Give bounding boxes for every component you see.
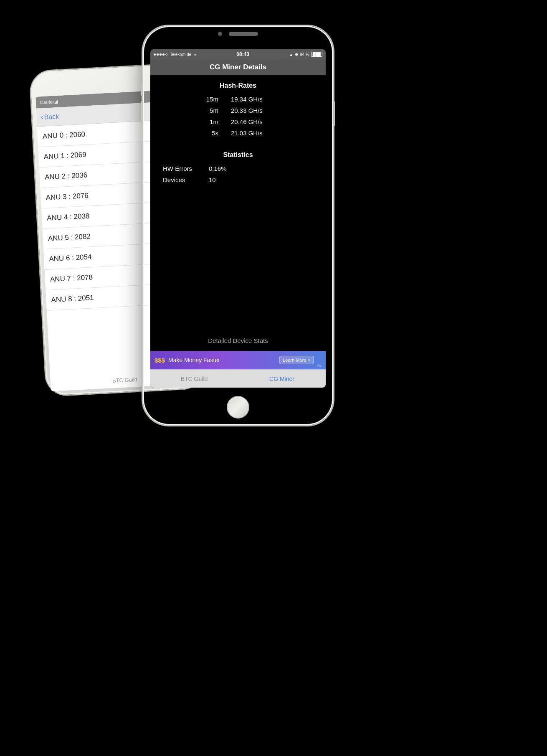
hash-row-1m: 1m 20.46 GH/s [150, 116, 326, 127]
signal-dot-1 [154, 53, 156, 56]
signal-bars [154, 53, 167, 56]
carrier-label: Telekom.de [170, 52, 191, 57]
stat-row-devices: Devices 10 [150, 174, 326, 185]
bluetooth-icon: ✸ [295, 52, 298, 57]
fg-tabbar: BTC Guild CG Miner [150, 369, 326, 388]
fg-statusbar: Telekom.de ∝ 08:43 ▲ ✸ 94 % ███ [150, 49, 326, 59]
hash-row-5s: 5s 21.03 GH/s [150, 127, 326, 139]
bg-wifi-icon: ◢ [54, 99, 58, 104]
signal-dot-5 [165, 53, 167, 56]
stat-label-devices: Devices [163, 176, 209, 183]
ad-money-icon: $$$ [154, 357, 165, 364]
signal-dot-2 [157, 53, 159, 56]
hash-value-5s: 21.03 GH/s [231, 129, 273, 137]
hash-value-5m: 20.33 GH/s [231, 107, 273, 114]
foreground-phone: Telekom.de ∝ 08:43 ▲ ✸ 94 % ███ CG Miner… [142, 25, 334, 426]
fg-navbar: CG Miner Details [150, 59, 326, 75]
hash-row-5m: 5m 20.33 GH/s [150, 105, 326, 116]
front-camera-icon [218, 32, 222, 36]
mute-button[interactable] [141, 84, 143, 96]
bg-carrier-label: Carrier [40, 99, 54, 105]
hash-rates-title: Hash-Rates [150, 75, 326, 94]
ad-text: Make Money Faster [168, 357, 276, 363]
fg-phone-top [143, 32, 333, 36]
bg-back-chevron-icon: ‹ [41, 113, 43, 122]
tab-btc-guild[interactable]: BTC Guild [150, 371, 238, 386]
hash-value-15m: 19.34 GH/s [231, 96, 273, 103]
wifi-icon: ∝ [194, 52, 197, 57]
power-button[interactable] [333, 101, 335, 126]
tab-cg-miner[interactable]: CG Miner [238, 371, 326, 386]
fg-content-area: Hash-Rates 15m 19.34 GH/s 5m 20.33 GH/s … [150, 75, 326, 351]
status-time: 08:43 [236, 51, 249, 57]
speaker-grille [229, 32, 258, 36]
gps-icon: ▲ [289, 52, 293, 57]
ad-learn-more-button[interactable]: Learn More > [279, 356, 314, 364]
bg-back-button[interactable]: ‹ Back [41, 112, 59, 122]
hash-label-5s: 5s [203, 129, 218, 137]
ad-label: Ad [317, 363, 322, 369]
hash-label-5m: 5m [203, 107, 218, 114]
signal-dot-3 [160, 53, 162, 56]
status-right-group: ▲ ✸ 94 % ███ [289, 52, 322, 57]
stat-value-hw-errors: 0.16% [209, 165, 227, 172]
hash-row-15m: 15m 19.34 GH/s [150, 94, 326, 105]
fg-screen: Telekom.de ∝ 08:43 ▲ ✸ 94 % ███ CG Miner… [150, 49, 326, 388]
detailed-device-stats-button[interactable]: Detailed Device Stats [150, 330, 326, 351]
stat-value-devices: 10 [209, 176, 216, 183]
battery-pct: 94 % [300, 52, 309, 57]
volume-up-button[interactable] [141, 101, 143, 119]
volume-down-button[interactable] [141, 124, 143, 142]
hash-value-1m: 20.46 GH/s [231, 118, 273, 125]
home-button[interactable] [227, 396, 249, 419]
ad-banner[interactable]: $$$ Make Money Faster Learn More > Ad [150, 351, 326, 369]
statistics-title: Statistics [150, 145, 326, 163]
stat-row-hw-errors: HW Errors 0.16% [150, 163, 326, 174]
hash-label-15m: 15m [203, 96, 218, 103]
status-left-group: Telekom.de ∝ [154, 52, 197, 57]
battery-icon: ███ [311, 52, 322, 57]
stat-label-hw-errors: HW Errors [163, 165, 209, 172]
fg-navbar-title: CG Miner Details [210, 63, 266, 71]
signal-dot-4 [162, 53, 165, 56]
bg-back-label: Back [44, 112, 59, 121]
hash-label-1m: 1m [203, 118, 218, 125]
